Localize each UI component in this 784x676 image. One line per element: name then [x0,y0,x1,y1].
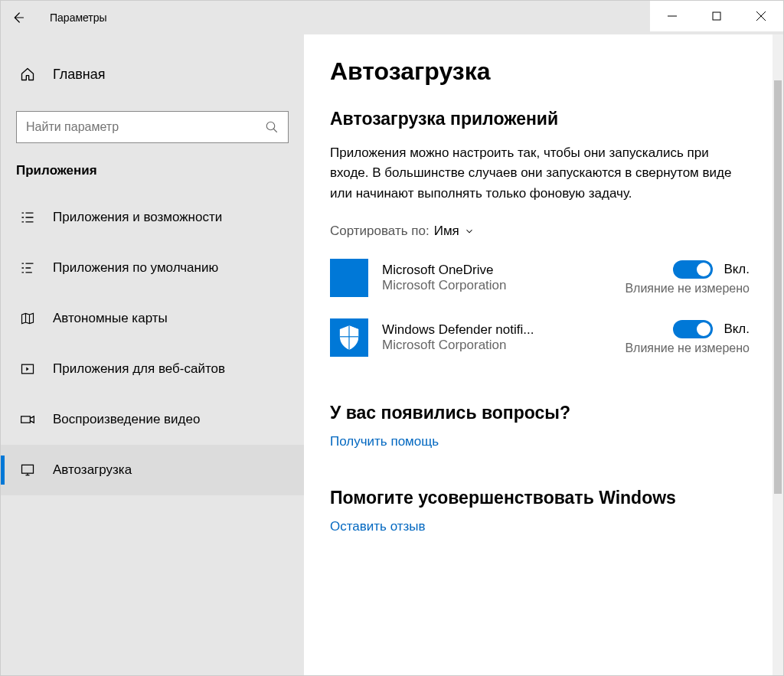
sort-value: Имя [434,224,459,239]
window-controls [650,1,783,31]
sidebar-item-label: Воспроизведение видео [53,412,200,427]
maximize-icon [712,11,721,21]
sort-dropdown[interactable]: Сортировать по: Имя [330,224,750,239]
content: Автозагрузка Автозагрузка приложений При… [304,34,773,675]
scrollbar-thumb[interactable] [774,80,782,494]
app-name: Microsoft OneDrive [382,263,583,278]
give-feedback-link[interactable]: Оставить отзыв [330,519,426,534]
home-label: Главная [53,67,106,83]
back-button[interactable] [1,1,34,34]
feedback-heading: Помогите усовершенствовать Windows [330,488,750,508]
minimize-icon [668,11,677,21]
startup-icon [19,462,36,478]
chevron-down-icon [464,226,475,237]
sidebar-item-label: Приложения по умолчанию [53,260,218,276]
sidebar-item-apps-for-websites[interactable]: Приложения для веб-сайтов [1,344,304,394]
sidebar: Главная Приложения Приложения и возможно… [1,34,304,675]
window-title: Параметры [50,11,107,24]
sidebar-item-startup[interactable]: Автозагрузка [1,445,304,495]
help-heading: У вас появились вопросы? [330,403,750,423]
startup-app-row: Microsoft OneDrive Microsoft Corporation… [330,259,750,297]
sidebar-item-label: Автозагрузка [53,462,132,478]
help-section: У вас появились вопросы? Получить помощь [330,403,750,449]
startup-app-row: Windows Defender notifi... Microsoft Cor… [330,318,750,357]
search-icon [265,120,279,134]
vertical-scrollbar[interactable] [773,34,783,675]
svg-rect-8 [22,465,34,473]
home-button[interactable]: Главная [1,57,304,91]
sort-label: Сортировать по: [330,224,430,239]
apps-for-websites-icon [19,361,36,377]
startup-toggle[interactable] [673,260,713,279]
sidebar-item-default-apps[interactable]: Приложения по умолчанию [1,243,304,293]
startup-impact: Влияние не измерено [625,341,750,355]
sidebar-item-label: Приложения для веб-сайтов [53,361,225,377]
startup-app-list: Microsoft OneDrive Microsoft Corporation… [330,259,750,357]
svg-rect-7 [21,416,31,423]
close-icon [756,11,766,21]
app-publisher: Microsoft Corporation [382,338,583,353]
offline-maps-icon [19,311,36,326]
get-help-link[interactable]: Получить помощь [330,434,439,449]
sidebar-section-label: Приложения [1,163,304,178]
section-heading: Автозагрузка приложений [330,109,750,129]
search-input-container[interactable] [16,111,289,143]
sidebar-item-offline-maps[interactable]: Автономные карты [1,293,304,344]
content-area: Автозагрузка Автозагрузка приложений При… [304,34,783,675]
apps-features-icon [19,210,36,225]
arrow-left-icon [11,11,24,24]
page-title: Автозагрузка [330,57,750,86]
startup-impact: Влияние не измерено [625,282,750,296]
sidebar-item-label: Приложения и возможности [53,210,222,225]
search-wrap [1,111,304,143]
startup-toggle[interactable] [673,320,713,338]
toggle-row: Вкл. [673,260,750,279]
toggle-state-label: Вкл. [724,322,750,337]
minimize-button[interactable] [650,1,694,31]
maximize-button[interactable] [694,1,739,31]
sidebar-item-apps-features[interactable]: Приложения и возможности [1,192,304,243]
sidebar-nav: Приложения и возможности Приложения по у… [1,192,304,495]
feedback-section: Помогите усовершенствовать Windows Остав… [330,488,750,534]
svg-line-5 [273,129,277,132]
toggle-state-label: Вкл. [724,262,750,277]
sidebar-item-label: Автономные карты [53,311,168,326]
app-right: Вкл. Влияние не измерено [596,260,750,296]
app-icon-defender [330,318,368,357]
app-icon-onedrive [330,259,368,297]
svg-rect-1 [713,12,720,20]
app-info: Windows Defender notifi... Microsoft Cor… [382,322,583,353]
default-apps-icon [19,260,36,276]
settings-window: Параметры Главная [0,0,784,676]
app-publisher: Microsoft Corporation [382,278,583,293]
app-name: Windows Defender notifi... [382,322,583,338]
shield-icon [338,325,361,351]
window-body: Главная Приложения Приложения и возможно… [1,34,783,675]
svg-point-4 [266,122,275,130]
toggle-row: Вкл. [673,320,750,338]
close-button[interactable] [739,1,783,31]
sidebar-item-video-playback[interactable]: Воспроизведение видео [1,394,304,445]
video-playback-icon [19,412,36,427]
app-right: Вкл. Влияние не измерено [596,320,750,355]
home-icon [19,67,36,82]
titlebar: Параметры [1,1,783,34]
section-description: Приложения можно настроить так, чтобы он… [330,143,750,204]
search-input[interactable] [26,120,265,134]
app-info: Microsoft OneDrive Microsoft Corporation [382,263,583,293]
